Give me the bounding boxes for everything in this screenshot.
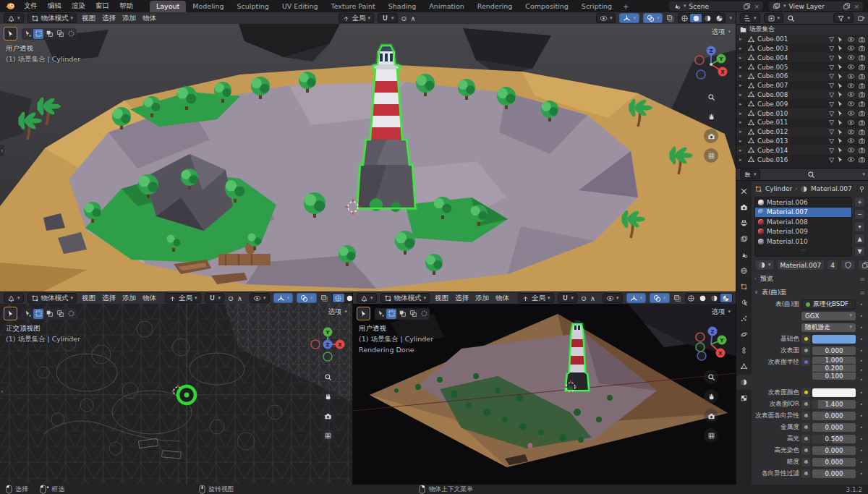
viewport-3d-rendered[interactable]: ▾物体模式▾视图选择添加物体全局▾▾⊙∧▾▾▾▾ — [353, 292, 736, 485]
scene-selector[interactable]: ▾Scene× — [668, 1, 764, 12]
material-name-field[interactable]: Material.007 — [777, 260, 825, 271]
shading-material-button[interactable] — [709, 294, 720, 302]
mode-dropdown[interactable]: 物体模式▾ — [27, 13, 77, 23]
slider-field[interactable]: 0.000 — [812, 446, 856, 455]
viewport-menu-item[interactable]: 视图 — [80, 14, 97, 23]
disclosure-icon[interactable]: ▸ — [739, 157, 745, 163]
breadcrumb-material[interactable]: Material.007 — [811, 185, 852, 192]
pointer-icon[interactable] — [836, 119, 844, 127]
animate-decorator-icon[interactable]: ∙ — [858, 390, 865, 396]
select-mode-tweak[interactable] — [22, 309, 33, 319]
workspace-tab-shading[interactable]: Shading — [382, 1, 423, 12]
shading-rendered-button[interactable] — [720, 294, 732, 302]
select-mode-box-select[interactable] — [386, 309, 396, 319]
shading-wireframe-button[interactable] — [333, 294, 344, 302]
snap-dropdown[interactable]: ▾ — [378, 13, 398, 23]
add-workspace-button[interactable]: + — [618, 1, 633, 12]
shading-wireframe-button[interactable] — [686, 294, 697, 302]
select-mode-box-subtract[interactable] — [55, 309, 65, 319]
pin-icon[interactable] — [858, 185, 866, 193]
panel-preview[interactable]: › 预览 ≡ — [754, 273, 865, 284]
number-field[interactable]: 1.000 — [812, 357, 856, 364]
material-browse-dropdown[interactable]: ▾ — [754, 260, 775, 271]
shader-select-button[interactable]: 原理化BSDF — [801, 299, 856, 310]
tab-output[interactable] — [736, 216, 752, 231]
shading-solid-button[interactable] — [690, 14, 702, 22]
snap-dropdown[interactable]: ▾ — [205, 293, 225, 303]
workspace-tab-uv-editing[interactable]: UV Editing — [276, 1, 325, 12]
tab-scene[interactable] — [736, 247, 752, 263]
editor-type-dropdown[interactable]: ▾ — [740, 169, 760, 179]
viewport-options-dropdown[interactable]: 选项▾ — [711, 307, 731, 317]
select-mode-box-subtract[interactable] — [408, 309, 418, 319]
proportional-falloff-icon[interactable]: ∧ — [590, 294, 595, 302]
enum-dropdown[interactable]: 随机游走▾ — [801, 323, 856, 332]
editor-type-dropdown[interactable]: ▾ — [357, 293, 377, 303]
disclosure-icon[interactable]: ▸ — [739, 82, 745, 88]
pointer-icon[interactable] — [836, 82, 844, 90]
overlays-dropdown[interactable]: ▾ — [643, 13, 663, 23]
pointer-icon[interactable] — [836, 63, 844, 71]
add-slot-button[interactable]: + — [854, 197, 865, 208]
eye-icon[interactable] — [847, 35, 855, 43]
top-menu-item[interactable]: 编辑 — [43, 1, 67, 12]
zoom-view-button[interactable] — [320, 370, 335, 384]
outliner-row-object[interactable]: ▸Cube.010▽ — [736, 108, 868, 118]
cam-small-icon[interactable] — [858, 72, 866, 80]
users-count-button[interactable]: 4 — [827, 260, 838, 271]
cam-small-icon[interactable] — [858, 128, 866, 136]
editor-type-dropdown[interactable]: ▾ — [4, 13, 24, 23]
animate-decorator-icon[interactable]: ∙ — [858, 448, 865, 453]
panel-grip-icon[interactable]: ≡ — [859, 289, 865, 297]
disclosure-icon[interactable]: ▸ — [739, 111, 745, 116]
eye-icon[interactable] — [847, 128, 855, 136]
transform-orientation-dropdown[interactable]: 全局▾ — [518, 293, 554, 303]
eye-icon[interactable] — [847, 119, 855, 127]
viewport-options-dropdown[interactable]: 选项▾ — [711, 27, 731, 37]
toolbar-toggle-icon[interactable]: › — [0, 145, 4, 156]
tab-object-data[interactable] — [736, 359, 752, 374]
viewport-menu-item[interactable]: 物体 — [141, 14, 158, 23]
shading-solid-button[interactable] — [697, 294, 709, 302]
camera-view-button[interactable] — [320, 409, 335, 423]
viewport-menu-item[interactable]: 选择 — [101, 14, 117, 23]
active-tool-select-box[interactable] — [4, 27, 17, 41]
new-collection-icon[interactable] — [857, 14, 865, 22]
toolbar-toggle-icon[interactable]: › — [0, 386, 4, 397]
outliner-row-object[interactable]: ▸Cube.011▽ — [736, 118, 868, 127]
eye-icon[interactable] — [847, 146, 855, 154]
eye-icon[interactable] — [847, 82, 855, 90]
eye-icon[interactable] — [847, 72, 855, 80]
cam-small-icon[interactable] — [858, 137, 866, 145]
tab-tool[interactable] — [736, 184, 752, 199]
mode-dropdown[interactable]: 物体模式▾ — [380, 293, 430, 303]
orbit-gizmo[interactable]: ZYX — [691, 324, 731, 365]
shading-wireframe-button[interactable] — [678, 14, 690, 22]
top-menu-item[interactable]: 窗口 — [90, 1, 114, 12]
pointer-icon[interactable] — [836, 44, 844, 52]
tab-render[interactable] — [736, 200, 752, 215]
workspace-tab-animation[interactable]: Animation — [422, 1, 470, 12]
move-slot-up-button[interactable]: ▲ — [854, 234, 865, 244]
select-mode-box-select[interactable] — [33, 29, 43, 39]
disclosure-icon[interactable]: ▸ — [739, 73, 745, 79]
slot-specials-dropdown[interactable]: ▾ — [854, 221, 865, 232]
shading-rendered-button[interactable] — [713, 14, 725, 22]
transform-orientation-dropdown[interactable]: 全局▾ — [165, 293, 201, 303]
cam-small-icon[interactable] — [858, 82, 866, 90]
slider-field[interactable]: 0.000 — [812, 412, 856, 420]
tab-constraints[interactable] — [736, 343, 752, 358]
eye-icon[interactable] — [847, 109, 855, 117]
outliner-row-object[interactable]: ▸Cube.001▽ — [736, 35, 868, 44]
xray-icon[interactable] — [673, 294, 681, 302]
slider-field[interactable]: 0.000 — [812, 346, 856, 355]
proportional-falloff-icon[interactable]: ∧ — [237, 294, 242, 302]
breadcrumb-object[interactable]: Cylinder — [765, 185, 792, 192]
viewport-menu-item[interactable]: 选择 — [101, 294, 117, 303]
gizmos-dropdown[interactable]: ▾ — [619, 13, 639, 23]
eye-icon[interactable] — [847, 137, 855, 145]
tab-world[interactable] — [736, 263, 752, 278]
list-resize-grip[interactable]: :::: — [755, 247, 851, 252]
outliner-row-collection[interactable]: 场景集合 — [736, 25, 868, 35]
pointer-icon[interactable] — [836, 100, 844, 108]
